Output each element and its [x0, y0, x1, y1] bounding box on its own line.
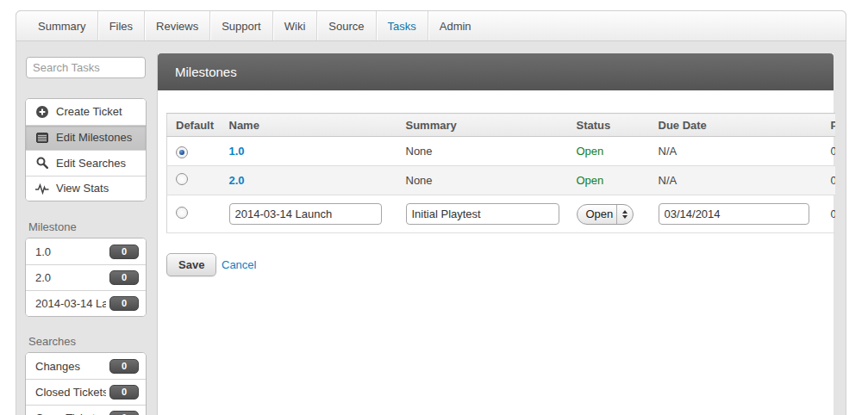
sidebar-item-label: View Stats — [56, 182, 109, 195]
count-badge: 0 — [109, 296, 139, 311]
panel-title: Milestones — [158, 53, 834, 90]
sidebar-searches-list: Changes 0 Closed Tickets 0 Open Tickets … — [25, 352, 147, 415]
milestone-summary-input[interactable] — [406, 203, 559, 225]
milestone-label: 1.0 — [35, 245, 106, 258]
count-badge: 0 — [109, 245, 139, 259]
milestone-name-link[interactable]: 2.0 — [229, 174, 245, 187]
nav-tab-summary[interactable]: Summary — [27, 11, 97, 40]
milestones-table-icon — [35, 132, 49, 144]
milestone-due-date: N/A — [659, 166, 831, 195]
save-button[interactable]: Save — [166, 253, 216, 276]
milestone-progress: 0 / 0 — [831, 137, 836, 166]
cancel-link[interactable]: Cancel — [222, 258, 256, 271]
pulse-stats-icon — [35, 183, 49, 195]
milestone-status: Open — [577, 166, 659, 195]
nav-tab-files[interactable]: Files — [97, 11, 144, 40]
top-navigation: Summary Files Reviews Support Wiki Sourc… — [16, 10, 846, 41]
milestone-edit-row: Open 0 / 0 — [167, 195, 836, 233]
sidebar-item-edit-milestones[interactable]: Edit Milestones — [26, 125, 146, 151]
milestones-table: Default Name Summary Status Due Date Pro… — [166, 113, 835, 233]
sidebar-item-create-ticket[interactable]: Create Ticket — [26, 99, 146, 125]
sidebar-item-label: Edit Searches — [56, 157, 126, 170]
milestone-row-2: 2.0 None Open N/A 0 / 0 — [167, 166, 836, 195]
milestone-due-date: N/A — [659, 137, 831, 166]
status-select[interactable]: Open — [577, 204, 634, 225]
milestones-table-container: Default Name Summary Status Due Date Pro… — [166, 113, 835, 233]
milestone-row-1: 1.0 None Open N/A 0 / 0 — [167, 137, 836, 166]
sidebar-item-label: Edit Milestones — [56, 131, 132, 144]
sidebar-item-view-stats[interactable]: View Stats — [26, 176, 146, 201]
sidebar-milestones-list: 1.0 0 2.0 0 2014-03-14 Launch 0 — [25, 238, 147, 317]
milestone-label: 2.0 — [35, 271, 106, 284]
table-header-row: Default Name Summary Status Due Date Pro… — [167, 114, 836, 137]
sidebar-item-edit-searches[interactable]: Edit Searches — [26, 150, 146, 176]
status-select-value: Open — [578, 208, 616, 220]
nav-tab-wiki[interactable]: Wiki — [272, 11, 317, 40]
searches-section-heading: Searches — [28, 335, 76, 348]
column-header-status: Status — [577, 114, 659, 137]
sidebar-item-label: Create Ticket — [56, 105, 122, 118]
default-radio[interactable] — [176, 146, 188, 158]
milestone-progress: 0 / 0 — [831, 195, 836, 233]
default-radio[interactable] — [176, 207, 188, 219]
search-label: Closed Tickets — [35, 386, 106, 399]
plus-circle-icon — [35, 106, 49, 118]
count-badge: 0 — [109, 359, 139, 374]
milestone-section-heading: Milestone — [28, 220, 77, 233]
search-icon — [35, 157, 49, 169]
search-label: Open Tickets — [35, 412, 106, 415]
milestone-name-input[interactable] — [229, 203, 382, 225]
milestone-label: 2014-03-14 Launch — [35, 297, 106, 310]
search-tasks-input[interactable] — [26, 57, 146, 78]
nav-tab-admin[interactable]: Admin — [428, 11, 483, 40]
search-label: Changes — [35, 360, 106, 373]
column-header-due-date: Due Date — [659, 114, 831, 137]
count-badge: 0 — [109, 411, 139, 415]
column-header-name: Name — [229, 114, 406, 137]
milestone-summary: None — [406, 137, 577, 166]
sidebar-actions-group: Create Ticket Edit Milestones Edit Searc… — [25, 98, 147, 201]
count-badge: 0 — [109, 270, 139, 285]
default-radio[interactable] — [176, 173, 188, 185]
milestone-name-link[interactable]: 1.0 — [229, 145, 245, 158]
sidebar-search-item[interactable]: Changes 0 — [26, 353, 146, 379]
sidebar-search-item[interactable]: Open Tickets 0 — [26, 405, 146, 415]
milestones-panel: Milestones Default Name Summary Status D… — [157, 53, 834, 415]
nav-tab-tasks[interactable]: Tasks — [376, 11, 428, 40]
column-header-progress: Progress — [831, 114, 836, 137]
count-badge: 0 — [109, 385, 139, 400]
page: Summary Files Reviews Support Wiki Sourc… — [0, 0, 868, 415]
nav-tab-reviews[interactable]: Reviews — [144, 11, 209, 40]
milestone-summary: None — [406, 166, 577, 195]
sidebar-milestone-item[interactable]: 2.0 0 — [26, 264, 146, 290]
due-date-input[interactable] — [659, 203, 809, 225]
sidebar-milestone-item[interactable]: 2014-03-14 Launch 0 — [26, 290, 146, 316]
sidebar-milestone-item[interactable]: 1.0 0 — [26, 238, 146, 264]
sidebar-search-item[interactable]: Closed Tickets 0 — [26, 379, 146, 405]
column-header-summary: Summary — [406, 114, 577, 137]
milestone-status: Open — [577, 137, 659, 166]
milestone-progress: 0 / 0 — [831, 166, 836, 195]
nav-tab-source[interactable]: Source — [316, 11, 375, 40]
column-header-default: Default — [167, 114, 229, 137]
select-stepper-icon — [616, 205, 633, 224]
nav-tab-support[interactable]: Support — [209, 11, 272, 40]
